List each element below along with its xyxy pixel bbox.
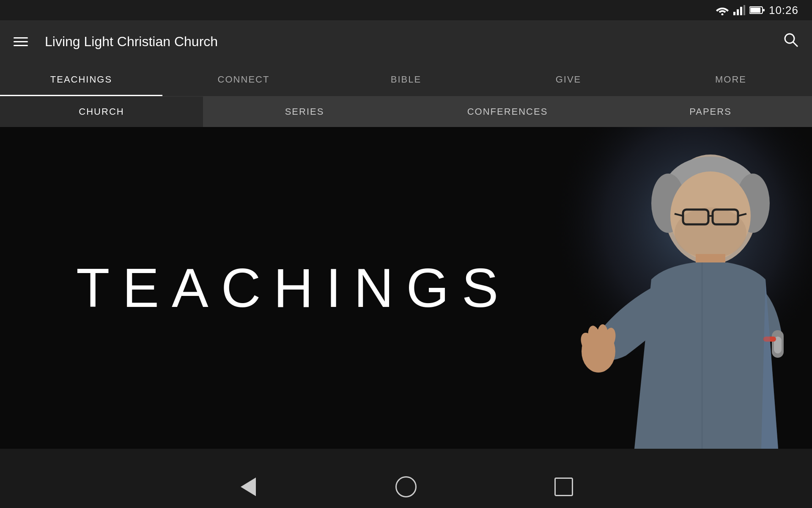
sub-nav-item-papers[interactable]: PAPERS (609, 97, 812, 127)
svg-rect-1 (733, 12, 735, 15)
svg-rect-4 (743, 5, 745, 15)
status-bar: 10:26 (0, 0, 812, 20)
recents-button[interactable] (547, 470, 581, 504)
hero-text: TEACHINGS (76, 256, 511, 320)
svg-rect-6 (750, 8, 760, 13)
top-nav: TEACHINGSCONNECTBIBLEGIVEMORE (0, 63, 812, 97)
sub-nav-item-series[interactable]: SERIES (203, 97, 406, 127)
top-nav-item-give[interactable]: GIVE (487, 63, 650, 96)
status-icons: 10:26 (716, 4, 798, 17)
search-button[interactable] (783, 32, 798, 51)
status-time: 10:26 (769, 4, 798, 17)
bottom-nav (0, 466, 812, 508)
top-nav-item-teachings[interactable]: TEACHINGS (0, 63, 162, 96)
hamburger-line-2 (14, 41, 28, 42)
hero-person-illustration (516, 127, 812, 449)
app-title: Living Light Christian Church (45, 34, 783, 50)
top-nav-item-more[interactable]: MORE (650, 63, 812, 96)
app-bar: Living Light Christian Church (0, 20, 812, 63)
menu-button[interactable] (14, 37, 28, 46)
search-icon (783, 32, 798, 47)
hamburger-line-1 (14, 37, 28, 39)
battery-icon (749, 6, 765, 14)
svg-point-8 (785, 34, 794, 43)
svg-rect-7 (763, 9, 765, 11)
home-button[interactable] (389, 470, 423, 504)
hero-section: TEACHINGS (0, 127, 812, 449)
svg-rect-3 (740, 7, 742, 15)
top-nav-item-connect[interactable]: CONNECT (162, 63, 325, 96)
back-button[interactable] (231, 470, 265, 504)
sub-nav-item-conferences[interactable]: CONFERENCES (406, 97, 609, 127)
svg-line-9 (793, 42, 798, 47)
sub-nav: CHURCHSERIESCONFERENCESPAPERS (0, 97, 812, 127)
sub-nav-item-church[interactable]: CHURCH (0, 97, 203, 127)
svg-rect-2 (737, 9, 739, 15)
top-nav-item-bible[interactable]: BIBLE (325, 63, 487, 96)
svg-point-0 (721, 14, 723, 16)
signal-icon (733, 5, 745, 15)
wifi-icon (716, 5, 729, 15)
hamburger-line-3 (14, 45, 28, 46)
